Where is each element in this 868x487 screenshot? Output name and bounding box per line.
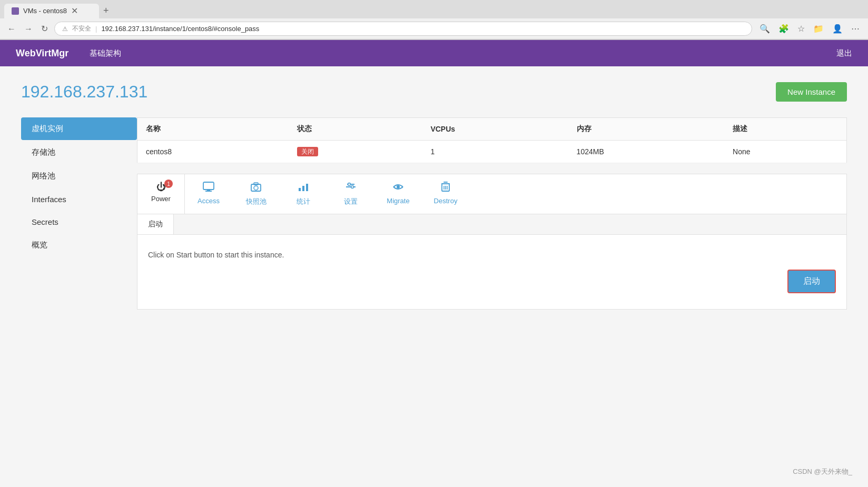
url-text: 192.168.237.131/instance/1/centos8/#cons… (101, 25, 744, 33)
tab-body: Click on Start button to start this inst… (137, 235, 846, 309)
tab-snapshot[interactable]: 快照池 (232, 174, 280, 214)
action-tabs-container: ⏻ Power 1 Access (137, 174, 847, 310)
svg-point-12 (348, 183, 351, 186)
svg-rect-0 (203, 182, 214, 190)
col-header-vcpus: VCPUs (422, 118, 568, 141)
new-tab-button[interactable]: + (99, 3, 113, 18)
tab-power[interactable]: ⏻ Power 1 (137, 174, 185, 214)
sidebar-item-storage-pool[interactable]: 存储池 (21, 141, 137, 164)
browser-toolbar-icons: 🔍 🧩 ☆ 📁 👤 ⋯ (756, 22, 863, 36)
reload-button[interactable]: ↻ (39, 22, 50, 36)
svg-point-4 (254, 186, 258, 190)
stats-icon (298, 182, 309, 195)
snapshot-icon (250, 182, 262, 195)
tab-snapshot-label: 快照池 (246, 197, 267, 206)
vm-description: None (724, 141, 846, 163)
tab-access-label: Access (198, 197, 220, 205)
tab-settings-label: 设置 (344, 197, 358, 206)
svg-rect-6 (299, 188, 301, 191)
favorites-icon-button[interactable]: ☆ (794, 22, 808, 36)
vm-name: centos8 (137, 141, 289, 163)
sidebar-item-overview[interactable]: 概览 (21, 234, 137, 256)
col-header-name: 名称 (137, 118, 289, 141)
tab-access[interactable]: Access (185, 174, 232, 214)
vm-memory: 1024MB (568, 141, 724, 163)
migrate-icon (392, 182, 404, 195)
app-logo: WebVirtMgr (16, 48, 68, 59)
tab-content-active-label[interactable]: 启动 (137, 214, 174, 234)
tab-migrate-label: Migrate (387, 197, 409, 205)
profile-icon-button[interactable]: 👤 (829, 22, 846, 36)
tab-destroy[interactable]: Destroy (422, 174, 469, 214)
security-label: 不安全 (72, 24, 91, 33)
vm-vcpus: 1 (422, 141, 568, 163)
back-button[interactable]: ← (5, 22, 18, 36)
collections-icon-button[interactable]: 📁 (810, 22, 827, 36)
tab-power-label: Power (151, 195, 171, 203)
browser-chrome: VMs - centos8 ✕ + ← → ↻ ⚠ 不安全 | 192.168.… (0, 0, 868, 40)
table-row: centos8 关闭 1 1024MB None (137, 141, 847, 163)
action-tabs: ⏻ Power 1 Access (137, 174, 846, 214)
start-button[interactable]: 启动 (787, 270, 836, 293)
tab-close-button[interactable]: ✕ (71, 7, 78, 15)
browser-tab-active[interactable]: VMs - centos8 ✕ (4, 4, 99, 18)
extensions-icon-button[interactable]: 🧩 (775, 22, 792, 36)
content-layout: 虚机实例 存储池 网络池 Interfaces Secrets 概览 名称 状态… (21, 117, 847, 310)
sidebar-item-network-pool[interactable]: 网络池 (21, 165, 137, 187)
access-icon (203, 182, 214, 195)
tab-settings[interactable]: 设置 (327, 174, 374, 214)
tab-favicon (12, 7, 19, 15)
sidebar-item-vm-instances[interactable]: 虚机实例 (21, 117, 137, 140)
main-panel: 名称 状态 VCPUs 内存 描述 centos8 关闭 1 1024MB No… (137, 117, 847, 310)
forward-button[interactable]: → (22, 22, 35, 36)
tab-content-header: 启动 (137, 214, 846, 235)
main-content: 192.168.237.131 New Instance 虚机实例 存储池 网络… (0, 66, 868, 325)
tab-description: Click on Start button to start this inst… (148, 251, 836, 259)
settings-icon (345, 182, 357, 195)
svg-rect-7 (302, 186, 304, 191)
svg-point-13 (397, 185, 400, 188)
tab-destroy-label: Destroy (434, 197, 458, 205)
browser-tabs: VMs - centos8 ✕ + (0, 0, 868, 18)
tab-label: VMs - centos8 (23, 7, 67, 15)
url-separator: | (95, 25, 97, 33)
page-header: 192.168.237.131 New Instance (21, 82, 847, 102)
sidebar-item-secrets[interactable]: Secrets (21, 211, 137, 233)
col-header-memory: 内存 (568, 118, 724, 141)
search-icon-button[interactable]: 🔍 (756, 22, 773, 36)
vm-table: 名称 状态 VCPUs 内存 描述 centos8 关闭 1 1024MB No… (137, 117, 847, 163)
tab-migrate[interactable]: Migrate (374, 174, 422, 214)
col-header-status: 状态 (289, 118, 422, 141)
vm-status: 关闭 (289, 141, 422, 163)
address-bar[interactable]: ⚠ 不安全 | 192.168.237.131/instance/1/cento… (54, 22, 752, 36)
page-title: 192.168.237.131 (21, 82, 147, 102)
security-icon: ⚠ (62, 25, 68, 33)
sidebar-item-interfaces[interactable]: Interfaces (21, 188, 137, 210)
nav-infrastructure[interactable]: 基础架构 (84, 48, 126, 58)
svg-rect-5 (254, 183, 258, 185)
new-instance-button[interactable]: New Instance (776, 82, 847, 102)
menu-icon-button[interactable]: ⋯ (848, 22, 863, 36)
svg-point-11 (351, 186, 354, 188)
svg-rect-8 (306, 184, 308, 191)
status-badge: 关闭 (297, 147, 318, 156)
destroy-icon (441, 182, 450, 195)
power-badge: 1 (164, 180, 173, 188)
logout-button[interactable]: 退出 (836, 48, 852, 58)
col-header-description: 描述 (724, 118, 846, 141)
start-button-row: 启动 (148, 270, 836, 293)
browser-toolbar: ← → ↻ ⚠ 不安全 | 192.168.237.131/instance/1… (0, 18, 868, 39)
tab-stats-label: 统计 (297, 197, 310, 206)
tab-stats[interactable]: 统计 (280, 174, 327, 214)
app-header: WebVirtMgr 基础架构 退出 (0, 40, 868, 66)
sidebar: 虚机实例 存储池 网络池 Interfaces Secrets 概览 (21, 117, 137, 310)
svg-rect-2 (205, 191, 212, 192)
